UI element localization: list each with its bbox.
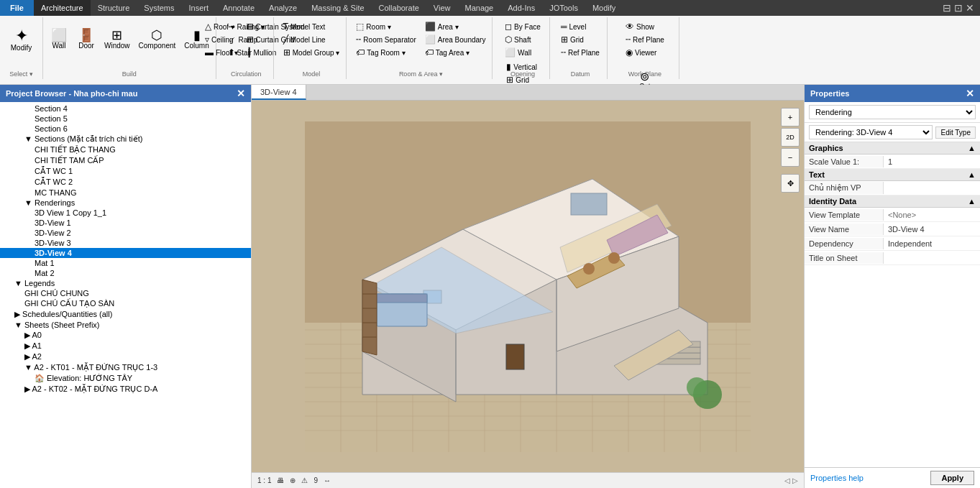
sync-status-icon[interactable]: ⊕ bbox=[290, 477, 296, 484]
view-name-row: View Name 3D-View 4 bbox=[805, 222, 980, 236]
view-template-value[interactable]: <None> bbox=[884, 209, 980, 221]
tree-item[interactable]: 3D-View 4 bbox=[0, 248, 251, 258]
model-group-icon: ⊞ bbox=[283, 47, 290, 57]
tag-room-button[interactable]: 🏷Tag Room ▾ bbox=[352, 46, 419, 59]
tree-item[interactable]: ▼ A2 - KT01 - MẶT ĐỨNG TRỤC 1-3 bbox=[0, 362, 251, 373]
tree-item[interactable]: 3D-View 3 bbox=[0, 238, 251, 248]
model-status-icon[interactable]: 🖶 bbox=[277, 477, 284, 484]
menu-modify[interactable]: Modify bbox=[585, 0, 623, 16]
tree-item[interactable]: CẮT WC 1 bbox=[0, 166, 251, 177]
title-on-sheet-input[interactable] bbox=[884, 252, 980, 264]
tree-item[interactable]: GHI CHÚ CHUNG bbox=[0, 288, 251, 298]
menu-annotate[interactable]: Annotate bbox=[216, 0, 262, 16]
tree-item[interactable]: ▶ A2 - KT02 - MẶT ĐỨNG TRỤC D-A bbox=[0, 384, 251, 395]
ref-plane-button[interactable]: ╌Ref Plane bbox=[557, 46, 603, 59]
model-line-button[interactable]: ╱Model Line bbox=[280, 33, 344, 46]
tree-item[interactable]: 3D-View 1 bbox=[0, 218, 251, 228]
level-button[interactable]: ═Level bbox=[557, 20, 603, 33]
tree-item[interactable]: 3D-View 2 bbox=[0, 228, 251, 238]
menu-collaborate[interactable]: Collaborate bbox=[372, 0, 426, 16]
menu-view[interactable]: View bbox=[426, 0, 458, 16]
warning-icon[interactable]: ⚠ bbox=[301, 477, 308, 484]
pan-btn[interactable]: ✥ bbox=[781, 174, 800, 193]
shaft-button[interactable]: ⬡Shaft bbox=[501, 33, 544, 46]
tree-item[interactable]: Mat 2 bbox=[0, 268, 251, 278]
show-button[interactable]: 👁Show bbox=[622, 20, 668, 33]
tree-item[interactable]: ▶ Schedules/Quantities (all) bbox=[0, 309, 251, 320]
tree-item[interactable]: 3D View 1 Copy 1_1 bbox=[0, 208, 251, 218]
tag-area-button[interactable]: 🏷Tag Area ▾ bbox=[421, 46, 490, 59]
tree-item[interactable]: ▼ Sections (Mặt cắt trích chi tiết) bbox=[0, 134, 251, 144]
workplane-group-label: Work Plane bbox=[609, 70, 680, 78]
menu-structure[interactable]: Structure bbox=[91, 0, 137, 16]
tree-item[interactable]: ▼ Renderings bbox=[0, 198, 251, 208]
tree-item[interactable]: ▼ Sheets (Sheet Prefix) bbox=[0, 320, 251, 330]
tree-item[interactable]: ▶ A0 bbox=[0, 330, 251, 341]
graphics-section-header[interactable]: Graphics ▲ bbox=[805, 142, 980, 155]
by-face-icon: ◻ bbox=[505, 22, 512, 32]
area-boundary-button[interactable]: ⬜Area Boundary bbox=[421, 33, 490, 46]
menu-addins[interactable]: Add-Ins bbox=[500, 0, 542, 16]
tree-item[interactable]: ▼ Legends bbox=[0, 278, 251, 288]
tree-item[interactable]: CHI TIẾT TAM CẤP bbox=[0, 155, 251, 166]
tree-item[interactable]: GHI CHÚ CẤU TẠO SÀN bbox=[0, 298, 251, 309]
stair-button[interactable]: ⬆Stair bbox=[224, 46, 268, 59]
zoom-in-btn[interactable]: + bbox=[781, 108, 800, 126]
project-browser-close[interactable]: ✕ bbox=[237, 88, 245, 99]
arrow-status[interactable]: ↔ bbox=[324, 477, 331, 484]
room-button[interactable]: ⬚Room ▾ bbox=[352, 20, 419, 33]
circulation-group-label: Circulation bbox=[218, 70, 275, 78]
tree-item[interactable]: Section 6 bbox=[0, 124, 251, 134]
zoom-fit-btn[interactable]: 2D bbox=[781, 128, 800, 147]
view-controls-right[interactable]: ◁ ▷ bbox=[784, 477, 798, 484]
tree-item[interactable]: CẮT WC 2 bbox=[0, 177, 251, 188]
apply-button[interactable]: Apply bbox=[930, 471, 974, 485]
instance-dropdown[interactable]: Rendering: 3D-View 4 bbox=[809, 125, 933, 139]
window-button[interactable]: ⊞ Window bbox=[101, 19, 134, 59]
text-section-header[interactable]: Text ▲ bbox=[805, 169, 980, 181]
menu-analyze[interactable]: Analyze bbox=[262, 0, 304, 16]
identity-data-section-header[interactable]: Identity Data ▲ bbox=[805, 195, 980, 208]
ramp-button[interactable]: ⟋Ramp bbox=[224, 33, 268, 46]
room-separator-button[interactable]: ╌Room Separator bbox=[352, 33, 419, 46]
tree-item[interactable]: Section 4 bbox=[0, 103, 251, 114]
model-group-button[interactable]: ⊞Model Group ▾ bbox=[280, 46, 344, 59]
chu-nhiem-vp-input[interactable] bbox=[884, 183, 980, 194]
railing-button[interactable]: ⊸Railing ▾ bbox=[224, 20, 268, 33]
tree-item[interactable]: MC THANG bbox=[0, 188, 251, 198]
viewer-button[interactable]: ◉Viewer bbox=[622, 46, 668, 59]
ceiling-icon: ▿ bbox=[205, 34, 209, 45]
tree-item[interactable]: Section 5 bbox=[0, 114, 251, 124]
component-button[interactable]: ⬡ Component bbox=[135, 19, 180, 59]
tree-item[interactable]: CHI TIẾT BẬC THANG bbox=[0, 144, 251, 155]
tree-item[interactable]: Mat 1 bbox=[0, 258, 251, 268]
tree-item[interactable]: ▶ A1 bbox=[0, 341, 251, 351]
wall-opening-button[interactable]: ⬜Wall bbox=[501, 46, 544, 59]
properties-close[interactable]: ✕ bbox=[966, 88, 974, 99]
menu-architecture[interactable]: Architecture bbox=[34, 0, 91, 16]
menu-insert[interactable]: Insert bbox=[181, 0, 216, 16]
tree-item[interactable]: ▶ A2 bbox=[0, 351, 251, 362]
modify-button[interactable]: ✦ Modify bbox=[6, 19, 37, 60]
area-button[interactable]: ⬛Area ▾ bbox=[421, 20, 490, 33]
edit-type-button[interactable]: Edit Type bbox=[935, 126, 976, 139]
file-menu[interactable]: File bbox=[0, 0, 34, 16]
menu-massing[interactable]: Massing & Site bbox=[304, 0, 371, 16]
type-dropdown[interactable]: Rendering bbox=[809, 105, 976, 119]
ref-plane-wp-button[interactable]: ╌Ref Plane bbox=[622, 33, 668, 46]
level-icon: ═ bbox=[561, 22, 567, 32]
zoom-out-btn[interactable]: − bbox=[781, 148, 800, 167]
menu-jotools[interactable]: JOTools bbox=[542, 0, 585, 16]
tree-item[interactable]: 🏠 Elevation: HƯỚNG TÂY bbox=[0, 373, 251, 384]
model-text-button[interactable]: TModel Text bbox=[280, 20, 344, 33]
by-face-button[interactable]: ◻By Face bbox=[501, 20, 544, 33]
svg-rect-39 bbox=[377, 294, 427, 303]
properties-help-link[interactable]: Properties help bbox=[810, 474, 864, 482]
grid-datum-button[interactable]: ⊞Grid bbox=[557, 33, 603, 46]
menu-systems[interactable]: Systems bbox=[137, 0, 181, 16]
wall-button[interactable]: ⬜ Wall bbox=[46, 19, 72, 59]
door-button[interactable]: 🚪 Door bbox=[73, 19, 99, 59]
menu-manage[interactable]: Manage bbox=[457, 0, 500, 16]
viewport[interactable]: + 2D − ✥ bbox=[252, 101, 804, 472]
viewport-tab-3dview4[interactable]: 3D-View 4 bbox=[252, 85, 306, 100]
